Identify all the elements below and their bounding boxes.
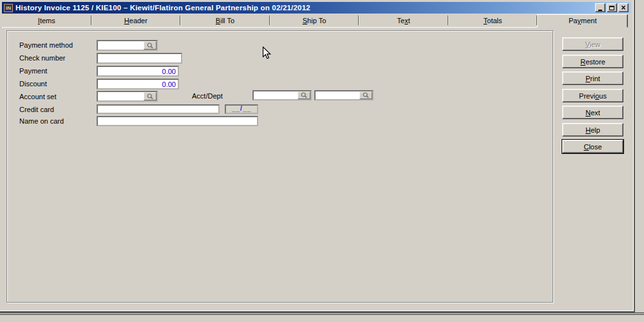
previous-button[interactable]: Previous (562, 89, 623, 102)
print-button[interactable]: Print (562, 71, 623, 85)
acct-finder-button[interactable] (298, 91, 310, 99)
check-number-label: Check number (19, 54, 66, 62)
help-button[interactable]: Help (562, 123, 623, 137)
account-set-label: Account set (19, 93, 56, 101)
discount-label: Discount (19, 80, 47, 88)
card-expiry-field[interactable]: __/__ (225, 104, 258, 114)
credit-card-label: Credit card (19, 106, 54, 114)
name-on-card-field (97, 116, 258, 126)
payment-method-input[interactable] (98, 41, 144, 50)
tab-bar: Items Header Bill To Ship To Text Totals… (2, 14, 628, 28)
app-icon[interactable]: IN (4, 4, 13, 12)
acct-dept-label: Acct/Dept (192, 92, 223, 100)
close-button[interactable]: Close (562, 140, 623, 153)
payment-method-finder-button[interactable] (144, 41, 156, 50)
tab-payment[interactable]: Payment (537, 14, 628, 28)
dept-field (314, 90, 374, 100)
title-bar[interactable]: IN History Invoice 1125 / KIE100 – Kiewi… (2, 2, 630, 14)
magnifier-icon (363, 92, 370, 99)
tab-text[interactable]: Text (359, 14, 448, 27)
magnifier-icon (147, 93, 154, 100)
name-on-card-input[interactable] (98, 117, 257, 125)
tab-items[interactable]: Items (2, 14, 91, 27)
close-icon: × (621, 5, 625, 11)
tab-totals[interactable]: Totals (448, 14, 538, 27)
account-set-field (97, 91, 158, 102)
discount-input[interactable] (98, 80, 178, 88)
payment-input[interactable] (98, 67, 178, 75)
credit-card-input[interactable] (98, 106, 218, 113)
window-bottom-edge (0, 312, 644, 315)
acct-input[interactable] (254, 91, 298, 99)
credit-card-field (97, 104, 220, 114)
magnifier-icon (301, 92, 308, 99)
form-groupbox (6, 30, 553, 303)
dept-input[interactable] (316, 91, 359, 99)
payment-method-field (97, 40, 158, 51)
tab-header[interactable]: Header (91, 14, 181, 27)
payment-field (97, 66, 179, 77)
magnifier-icon (147, 43, 154, 49)
maximize-icon (609, 6, 614, 10)
discount-field (97, 79, 179, 90)
tab-ship-to[interactable]: Ship To (270, 14, 359, 27)
dept-finder-button[interactable] (359, 91, 372, 99)
check-number-input[interactable] (98, 54, 181, 62)
payment-method-label: Payment method (19, 41, 73, 50)
account-set-finder-button[interactable] (144, 92, 156, 100)
acct-field (252, 90, 312, 100)
restore-button[interactable]: Restore (562, 55, 623, 68)
close-window-button[interactable]: × (618, 3, 629, 12)
minimize-icon (598, 10, 602, 11)
account-set-input[interactable] (98, 92, 144, 100)
maximize-button[interactable] (607, 3, 617, 12)
minimize-button[interactable] (595, 3, 605, 12)
tab-bill-to[interactable]: Bill To (180, 14, 270, 27)
check-number-field (97, 53, 182, 64)
window-title: History Invoice 1125 / KIE100 – Kiewit/F… (15, 4, 594, 12)
view-button: View (562, 37, 623, 51)
dialog-window: IN History Invoice 1125 / KIE100 – Kiewi… (0, 0, 635, 312)
next-button[interactable]: Next (562, 106, 623, 119)
payment-label: Payment (19, 67, 47, 75)
name-on-card-label: Name on card (19, 117, 64, 126)
